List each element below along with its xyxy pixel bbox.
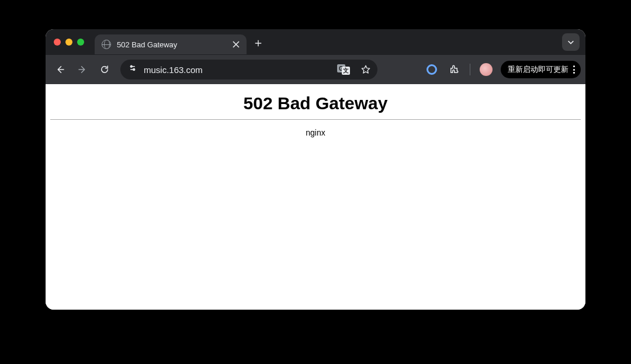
address-bar[interactable]: music.163.com G文 — [120, 60, 377, 79]
update-restart-button[interactable]: 重新启动即可更新 — [501, 61, 581, 78]
avatar-icon — [480, 63, 493, 76]
extensions-button[interactable] — [444, 60, 464, 79]
opera-extension-icon[interactable] — [422, 60, 442, 79]
back-button[interactable] — [50, 60, 70, 79]
forward-button[interactable] — [72, 60, 92, 79]
url-text: music.163.com — [144, 65, 330, 75]
menu-icon — [572, 65, 576, 73]
translate-button[interactable]: G文 — [335, 61, 352, 78]
globe-icon — [102, 40, 111, 49]
update-label: 重新启动即可更新 — [508, 64, 568, 75]
server-name: nginx — [50, 128, 581, 137]
site-settings-icon[interactable] — [127, 64, 138, 75]
close-window-button[interactable] — [54, 39, 61, 46]
minimize-window-button[interactable] — [65, 39, 72, 46]
close-tab-button[interactable] — [231, 40, 241, 49]
tab-search-button[interactable] — [562, 33, 580, 51]
circle-icon — [427, 64, 437, 75]
page-content: 502 Bad Gateway nginx — [46, 84, 585, 310]
browser-window: 502 Bad Gateway — [46, 29, 585, 310]
new-tab-button[interactable] — [250, 35, 266, 51]
profile-button[interactable] — [476, 60, 496, 79]
toolbar-right: 重新启动即可更新 — [422, 60, 581, 79]
bookmark-button[interactable] — [358, 61, 374, 78]
error-heading: 502 Bad Gateway — [50, 93, 581, 113]
window-controls — [54, 39, 84, 46]
divider — [50, 119, 581, 120]
tab-strip: 502 Bad Gateway — [46, 29, 585, 55]
separator — [470, 64, 470, 75]
translate-icon: G文 — [337, 64, 350, 75]
toolbar: music.163.com G文 — [46, 55, 585, 84]
browser-tab[interactable]: 502 Bad Gateway — [95, 34, 247, 54]
reload-button[interactable] — [95, 60, 115, 79]
tab-title: 502 Bad Gateway — [117, 40, 226, 49]
maximize-window-button[interactable] — [77, 39, 84, 46]
